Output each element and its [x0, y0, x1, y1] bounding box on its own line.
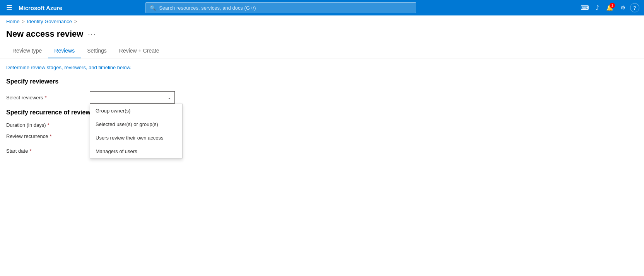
- settings-icon[interactable]: ⚙: [618, 3, 628, 13]
- option-selected-users[interactable]: Selected user(s) or group(s): [90, 118, 182, 131]
- notifications-icon[interactable]: 🔔 1: [604, 3, 616, 13]
- tab-settings[interactable]: Settings: [81, 44, 113, 58]
- option-managers-of-users[interactable]: Managers of users: [90, 145, 182, 158]
- duration-required-star: *: [48, 122, 50, 128]
- notification-badge: 1: [610, 3, 615, 8]
- start-date-label: Start date *: [6, 148, 84, 154]
- help-icon[interactable]: ?: [630, 3, 639, 12]
- top-navbar: ☰ Microsoft Azure 🔍 ⌨ ⤴ 🔔 1 ⚙ ?: [0, 0, 644, 15]
- main-content: Determine review stages, reviewers, and …: [0, 58, 644, 169]
- more-options-icon[interactable]: ···: [88, 30, 96, 38]
- specify-reviewers-section: Specify reviewers Select reviewers * ⌄ G…: [6, 78, 638, 104]
- breadcrumb-identity-governance[interactable]: Identity Governance: [27, 19, 72, 24]
- page-subtitle: Determine review stages, reviewers, and …: [6, 65, 638, 70]
- option-users-own-access[interactable]: Users review their own access: [90, 131, 182, 145]
- page-title: New access review: [6, 29, 83, 39]
- required-star: *: [44, 95, 46, 101]
- page-header: New access review ···: [0, 27, 644, 44]
- recurrence-label: Review recurrence *: [6, 133, 84, 139]
- tab-review-type[interactable]: Review type: [6, 44, 48, 58]
- search-bar[interactable]: 🔍: [145, 2, 416, 13]
- select-reviewers-dropdown-wrapper: ⌄ Group owner(s) Selected user(s) or gro…: [90, 91, 175, 104]
- option-group-owners[interactable]: Group owner(s): [90, 104, 182, 118]
- breadcrumb-sep-2: >: [74, 19, 77, 24]
- specify-reviewers-heading: Specify reviewers: [6, 78, 638, 85]
- app-title: Microsoft Azure: [19, 5, 62, 11]
- cloud-shell-icon[interactable]: ⌨: [578, 3, 591, 13]
- reviewers-dropdown-menu: Group owner(s) Selected user(s) or group…: [90, 104, 183, 158]
- recurrence-required-star: *: [50, 133, 51, 139]
- tab-bar: Review type Reviews Settings Review + Cr…: [0, 44, 644, 58]
- select-reviewers-dropdown[interactable]: ⌄: [90, 91, 175, 104]
- search-icon: 🔍: [150, 5, 156, 11]
- breadcrumb: Home > Identity Governance >: [0, 15, 644, 27]
- breadcrumb-sep-1: >: [22, 19, 25, 24]
- chevron-down-icon: ⌄: [167, 95, 171, 100]
- top-bar-actions: ⌨ ⤴ 🔔 1 ⚙ ?: [578, 3, 639, 13]
- menu-icon[interactable]: ☰: [5, 2, 14, 14]
- select-reviewers-row: Select reviewers * ⌄ Group owner(s) Sele…: [6, 91, 638, 104]
- tab-review-create[interactable]: Review + Create: [113, 44, 166, 58]
- feedback-icon[interactable]: ⤴: [594, 3, 601, 13]
- duration-label: Duration (in days) *: [6, 122, 84, 128]
- select-reviewers-label: Select reviewers *: [6, 95, 84, 101]
- search-input[interactable]: [159, 5, 412, 11]
- start-date-required-star: *: [29, 148, 31, 154]
- breadcrumb-home[interactable]: Home: [6, 19, 20, 24]
- tab-reviews[interactable]: Reviews: [48, 44, 81, 58]
